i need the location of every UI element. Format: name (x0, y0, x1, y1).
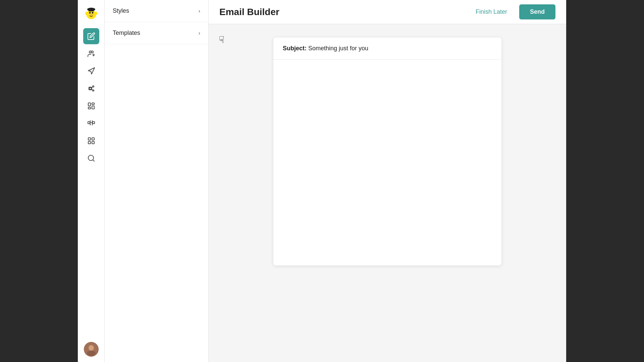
header-actions: Finish Later Send (472, 4, 555, 19)
svg-rect-21 (88, 107, 91, 109)
email-preview-card: Subject: Something just for you (273, 38, 501, 265)
styles-chevron-icon: › (199, 8, 200, 14)
templates-label: Templates (113, 29, 140, 37)
subject-label: Subject: (283, 45, 307, 52)
svg-marker-11 (88, 68, 95, 74)
svg-rect-32 (92, 141, 94, 144)
svg-point-10 (91, 51, 93, 53)
svg-rect-29 (88, 138, 91, 140)
subject-text: Something just for you (308, 45, 368, 52)
svg-point-4 (90, 14, 93, 16)
svg-rect-19 (92, 103, 94, 105)
panel-sidebar: Styles › Templates › (105, 0, 209, 362)
svg-point-3 (92, 12, 93, 14)
svg-point-37 (87, 351, 96, 356)
search-nav-button[interactable] (83, 150, 99, 166)
audience-icon (87, 50, 95, 58)
svg-rect-31 (88, 141, 91, 144)
svg-rect-20 (92, 106, 94, 109)
cursor-hand-icon: ☟ (219, 34, 224, 45)
logo-area[interactable] (81, 4, 101, 24)
avatar-image (84, 342, 99, 357)
avatar-svg (84, 342, 99, 357)
svg-point-6 (95, 12, 97, 15)
right-dark-panel (566, 0, 644, 362)
svg-rect-8 (89, 9, 94, 11)
campaign-nav-button[interactable] (83, 63, 99, 79)
svg-point-38 (89, 346, 94, 350)
apps-nav-button[interactable] (83, 133, 99, 149)
avatar-area[interactable] (84, 342, 99, 357)
send-button[interactable]: Send (519, 4, 555, 19)
finish-later-button[interactable]: Finish Later (472, 6, 511, 18)
styles-panel-item[interactable]: Styles › (105, 0, 208, 22)
main-area: Email Builder Finish Later Send ☟ Subjec… (209, 0, 566, 362)
edit-nav-button[interactable] (83, 28, 99, 44)
svg-rect-30 (92, 138, 94, 140)
mailchimp-logo (83, 6, 99, 22)
integrations-icon (87, 119, 95, 127)
svg-point-5 (85, 12, 88, 15)
apps-icon (87, 137, 95, 145)
automation-nav-button[interactable] (83, 80, 99, 97)
user-avatar[interactable] (84, 342, 99, 357)
search-icon (87, 154, 95, 162)
audience-nav-button[interactable] (83, 46, 99, 62)
app-wrapper: Styles › Templates › Email Builder Finis… (78, 0, 566, 362)
svg-point-2 (89, 12, 91, 14)
content-area: ☟ Subject: Something just for you (209, 24, 566, 362)
left-dark-panel (0, 0, 78, 362)
templates-chevron-icon: › (199, 30, 200, 36)
automation-icon (87, 84, 95, 93)
templates-panel-item[interactable]: Templates › (105, 22, 208, 44)
edit-icon (87, 32, 95, 40)
top-header: Email Builder Finish Later Send (209, 0, 566, 24)
campaign-icon (87, 67, 95, 75)
integrations-nav-button[interactable] (83, 115, 99, 131)
icon-sidebar (78, 0, 105, 362)
email-body (273, 60, 501, 227)
styles-label: Styles (113, 7, 129, 14)
svg-line-34 (93, 160, 94, 161)
content-nav-button[interactable] (83, 98, 99, 114)
svg-rect-18 (88, 103, 91, 106)
page-title: Email Builder (219, 7, 279, 17)
email-subject-bar: Subject: Something just for you (273, 38, 501, 60)
content-icon (87, 102, 95, 110)
